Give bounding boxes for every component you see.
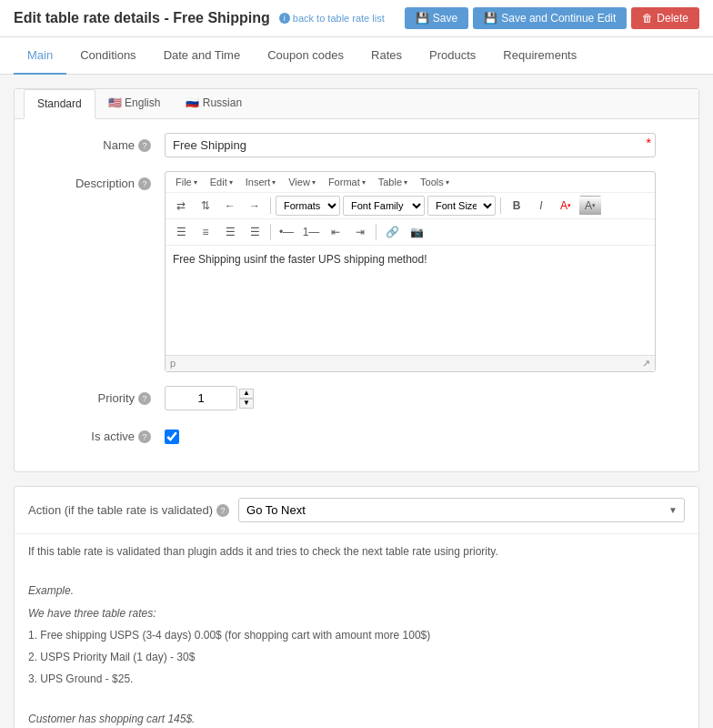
editor-redo-btn[interactable]: → (244, 196, 266, 216)
tab-coupon-codes[interactable]: Coupon codes (254, 37, 357, 75)
editor-menu-table[interactable]: Table ▾ (373, 175, 413, 189)
editor-image-btn[interactable]: 📷 (406, 222, 427, 242)
tab-main[interactable]: Main (14, 37, 66, 75)
editor-list-ordered-btn[interactable]: 1— (300, 222, 322, 242)
editor-indent-btn[interactable]: ⇥ (349, 222, 371, 242)
editor-link-btn[interactable]: 🔗 (381, 222, 403, 242)
editor-align-right-btn[interactable]: ☰ (219, 222, 241, 242)
name-row: Name ? * (28, 133, 685, 157)
lang-tab-english[interactable]: 🇺🇸 English (95, 89, 174, 119)
action-help-icon[interactable]: ? (216, 504, 229, 517)
editor-align-center-btn[interactable]: ≡ (195, 222, 216, 242)
toolbar-divider1 (270, 197, 271, 214)
editor-menubar: File ▾ Edit ▾ Insert ▾ View ▾ Format ▾ T… (166, 172, 655, 193)
info-circle-icon: i (279, 13, 290, 24)
toolbar-divider2 (500, 197, 501, 214)
description-help-icon[interactable]: ? (138, 177, 151, 190)
editor-rtl-btn[interactable]: ⇅ (195, 196, 216, 216)
priority-wrapper: ▲ ▼ (165, 386, 254, 410)
editor-list-unordered-btn[interactable]: •— (276, 222, 297, 242)
tab-products[interactable]: Products (416, 37, 489, 75)
editor-align-justify-btn[interactable]: ☰ (244, 222, 266, 242)
priority-label: Priority ? (28, 386, 165, 405)
back-link[interactable]: i back to table rate list (279, 13, 385, 24)
delete-icon: 🗑 (642, 12, 653, 25)
top-bar: Edit table rate details - Free Shipping … (0, 0, 713, 37)
name-input[interactable] (165, 133, 656, 157)
editor-toolbar-row1: ⇄ ⇅ ← → Formats Font Family Font Sizes (166, 193, 655, 219)
editor-font-color-btn[interactable]: A ▾ (555, 196, 577, 216)
description-label: Description ? (28, 171, 165, 190)
save-icon: 💾 (416, 12, 429, 25)
tab-date-time[interactable]: Date and Time (150, 37, 255, 75)
form-section: Name ? * Description ? File ▾ (15, 119, 698, 471)
editor-menu-view[interactable]: View ▾ (283, 175, 321, 189)
action-panel: Action (if the table rate is validated) … (14, 486, 699, 728)
is-active-row: Is active ? (28, 424, 685, 444)
is-active-help-icon[interactable]: ? (138, 430, 151, 443)
lang-tabs: Standard 🇺🇸 English 🇷🇺 Russian (15, 89, 698, 119)
action-info-text: If this table rate is validated than plu… (15, 534, 698, 728)
priority-row: Priority ? ▲ ▼ (28, 386, 685, 410)
is-active-label: Is active ? (28, 424, 165, 443)
action-row: Action (if the table rate is validated) … (15, 487, 698, 534)
lang-tab-russian[interactable]: 🇷🇺 Russian (173, 89, 255, 119)
editor-formats-select[interactable]: Formats (276, 196, 340, 216)
editor-font-sizes-select[interactable]: Font Sizes (427, 196, 496, 216)
tab-rates[interactable]: Rates (357, 37, 416, 75)
editor-ltr-btn[interactable]: ⇄ (170, 196, 192, 216)
editor-align-left-btn[interactable]: ☰ (170, 222, 192, 242)
action-select[interactable]: Go To Next Stop Break (238, 498, 685, 522)
editor-body[interactable]: Free Shipping usinf the faster UPS shipp… (166, 246, 655, 355)
editor-italic-btn[interactable]: I (530, 196, 552, 216)
name-wrapper: * (165, 133, 656, 157)
required-mark: * (647, 136, 651, 150)
editor-menu-insert[interactable]: Insert ▾ (240, 175, 282, 189)
priority-down-btn[interactable]: ▼ (239, 399, 254, 409)
action-label: Action (if the table rate is validated) … (28, 503, 229, 517)
priority-input[interactable] (165, 386, 237, 410)
top-bar-right: 💾 Save 💾 Save and Continue Edit 🗑 Delete (405, 7, 699, 29)
is-active-checkbox[interactable] (165, 430, 179, 444)
save-button[interactable]: 💾 Save (405, 7, 468, 29)
tab-requirements[interactable]: Requirements (489, 37, 590, 75)
toolbar-divider3 (270, 224, 271, 240)
toolbar-divider4 (376, 224, 377, 240)
page-title: Edit table rate details - Free Shipping (14, 10, 270, 26)
editor-align-row: ☰ ≡ ☰ ☰ •— 1— ⇤ ⇥ 🔗 📷 (166, 219, 655, 246)
description-row: Description ? File ▾ Edit ▾ Insert ▾ Vie… (28, 171, 685, 372)
editor-undo-btn[interactable]: ← (219, 196, 241, 216)
english-flag: 🇺🇸 (108, 96, 122, 109)
tab-conditions[interactable]: Conditions (66, 37, 149, 75)
main-content: Standard 🇺🇸 English 🇷🇺 Russian Name ? * (0, 75, 713, 728)
save-continue-button[interactable]: 💾 Save and Continue Edit (473, 7, 627, 29)
priority-up-btn[interactable]: ▲ (239, 389, 254, 399)
priority-spinner: ▲ ▼ (239, 389, 254, 409)
name-help-icon[interactable]: ? (138, 139, 151, 152)
delete-button[interactable]: 🗑 Delete (631, 7, 699, 29)
editor-font-family-select[interactable]: Font Family (343, 196, 425, 216)
name-label: Name ? (28, 133, 165, 152)
russian-flag: 🇷🇺 (186, 96, 199, 109)
editor-resize-handle[interactable]: ↗ (642, 358, 650, 369)
main-panel: Standard 🇺🇸 English 🇷🇺 Russian Name ? * (14, 88, 699, 472)
editor-outdent-btn[interactable]: ⇤ (325, 222, 346, 242)
priority-help-icon[interactable]: ? (138, 392, 151, 405)
editor-footer: p ↗ (166, 355, 655, 371)
editor-wrapper: File ▾ Edit ▾ Insert ▾ View ▾ Format ▾ T… (165, 171, 656, 372)
editor-menu-format[interactable]: Format ▾ (323, 175, 371, 189)
top-bar-left: Edit table rate details - Free Shipping … (14, 10, 385, 26)
editor-menu-edit[interactable]: Edit ▾ (205, 175, 238, 189)
editor-bold-btn[interactable]: B (506, 196, 527, 216)
lang-tab-standard[interactable]: Standard (24, 89, 95, 119)
editor-font-bg-btn[interactable]: A ▾ (579, 196, 601, 216)
editor-menu-tools[interactable]: Tools ▾ (415, 175, 455, 189)
save-cont-icon: 💾 (484, 12, 497, 25)
editor-menu-file[interactable]: File ▾ (170, 175, 203, 189)
action-select-wrapper: Go To Next Stop Break ▼ (238, 498, 685, 522)
is-active-checkbox-wrapper (165, 424, 179, 444)
main-tabs-nav: Main Conditions Date and Time Coupon cod… (0, 37, 713, 75)
